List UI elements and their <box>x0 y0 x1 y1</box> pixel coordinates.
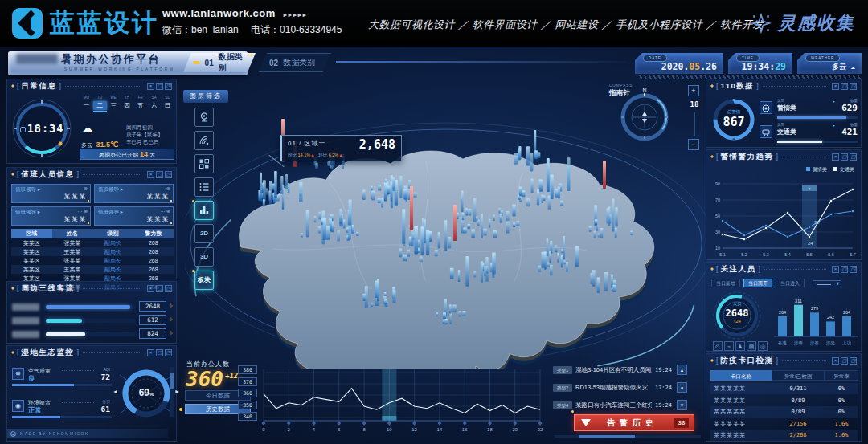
left-arrow-icon[interactable]: ◄ <box>113 389 118 394</box>
duty-leader-card: 值班领导 ▸⋯ ⊗某某某 <box>11 206 91 226</box>
focus-tab-1[interactable]: 当日新增 <box>711 279 740 287</box>
close-icon[interactable]: × <box>832 153 839 161</box>
restore-icon[interactable]: ▢ <box>156 349 163 356</box>
alert-list-item[interactable]: 类型4某路口有小汽车连闯三个红灯19:24 <box>553 399 672 411</box>
zoom-track[interactable] <box>694 112 695 136</box>
restore-icon[interactable]: ▢ <box>156 285 163 292</box>
clock-icon <box>20 127 26 132</box>
eco-scrollbar[interactable] <box>170 367 174 417</box>
alert-text: 湿地3-104片区有不明人员闯入 <box>575 366 652 374</box>
platform-subtitle: SUMMER WORKING PLATFORM <box>64 67 175 71</box>
close-icon[interactable]: × <box>832 266 839 273</box>
weekday-cn: 四 <box>121 101 134 110</box>
close-icon[interactable]: × <box>832 357 839 365</box>
weekday-tu[interactable]: TU二 <box>93 96 107 112</box>
layer-button-bar-chart-icon[interactable] <box>194 201 214 220</box>
alert-time: 17:24 <box>655 385 672 391</box>
weekday-we[interactable]: WE三 <box>107 96 121 112</box>
scroll-down-button[interactable]: ▼ <box>677 400 687 410</box>
checkpoint-value: 2/268 <box>772 430 825 441</box>
more-icon[interactable]: ⋯ ⊗ <box>160 208 170 214</box>
close-icon[interactable]: × <box>147 285 154 292</box>
expand-icon[interactable]: ◳ <box>165 83 172 90</box>
close-icon[interactable]: × <box>147 349 154 356</box>
wrench-icon[interactable]: ⌁ <box>724 341 734 351</box>
duty-cell: 某某区 <box>11 247 52 256</box>
expand-icon[interactable]: ◳ <box>850 83 857 90</box>
more-icon[interactable]: ⋯ ⊗ <box>77 208 88 214</box>
layer-button-3D[interactable]: 3D <box>194 247 214 267</box>
restore-icon[interactable]: ▢ <box>156 171 163 178</box>
layer-button-radar-icon[interactable] <box>194 131 214 150</box>
lanlan-logo-icon[interactable] <box>11 7 45 39</box>
y-axis-box: 380 <box>238 365 257 374</box>
focus-tab-2[interactable]: 当日离开 <box>743 279 772 287</box>
website-link[interactable]: www.lanlanwork.com <box>162 7 276 19</box>
svg-text:0: 0 <box>262 427 265 432</box>
compass[interactable]: N <box>616 87 674 145</box>
flow-value: 824 <box>139 328 166 339</box>
time-chip: TIME 19:34:29 <box>728 53 792 74</box>
expand-icon[interactable]: ◳ <box>850 266 857 273</box>
more-icon[interactable]: ⋯ ⊗ <box>77 185 88 191</box>
list-icon <box>199 181 210 193</box>
y-axis-box: 340 <box>238 412 257 421</box>
layer-button-2D[interactable]: 2D <box>194 224 214 243</box>
close-icon[interactable]: × <box>147 83 154 90</box>
person-icon[interactable]: ♟ <box>735 341 745 351</box>
checkpoint-headers: 卡口名称 异常/已检测 异常率 <box>710 370 858 381</box>
svg-text:N: N <box>642 88 646 93</box>
y-axis-box: 350 <box>238 401 257 409</box>
weekday-fr[interactable]: FR五 <box>133 96 147 112</box>
duty-cell: 副局长 <box>92 265 133 274</box>
weekday-su[interactable]: SU日 <box>161 96 174 112</box>
alarm-history-banner[interactable]: 告警历史 36 <box>574 414 694 431</box>
weekday-th[interactable]: TH四 <box>121 96 134 112</box>
logo-text[interactable]: 蓝蓝设计 <box>50 6 159 40</box>
alert-list-item[interactable]: 类型1湿地3-104片区有不明人员闯入19:24 <box>553 364 672 376</box>
layer-button-list-icon[interactable] <box>194 177 214 197</box>
expand-icon[interactable]: ◳ <box>165 349 172 356</box>
duty-leader-card: 值班领导 ▸⋯ ⊗某某某 <box>11 184 91 203</box>
panel-alarm-trend: [警情警力趋势]×▢◳ 警情类交通类 9070503010▾5.15.25.35… <box>706 149 862 260</box>
bottom-scrollbar[interactable] <box>555 435 701 438</box>
weekday-sa[interactable]: SA六 <box>147 96 161 112</box>
restore-icon[interactable]: ▢ <box>841 357 848 365</box>
alert-list-item[interactable]: 类型2RD13-53烟感报警疑似火灾17:24 <box>553 381 672 393</box>
scroll-up-button[interactable]: ▲ <box>677 365 687 375</box>
layer-button-camera-icon[interactable] <box>194 108 214 127</box>
restore-icon[interactable]: ▢ <box>841 153 848 161</box>
expand-icon[interactable]: ◳ <box>165 285 172 292</box>
expand-icon[interactable]: ◳ <box>850 153 857 161</box>
data110-row: 类型警情类▸数量629 <box>760 99 858 123</box>
close-icon[interactable]: × <box>147 171 154 178</box>
weather-chip: WEATHER 多云 ☁ <box>797 53 862 74</box>
tab-checkpoint-name[interactable]: 卡口名称 <box>710 370 772 381</box>
restore-icon[interactable]: ▢ <box>841 266 848 273</box>
restore-icon[interactable]: ▢ <box>156 83 163 90</box>
tab-abnormal-detected[interactable]: 异常/已检测 <box>772 370 825 381</box>
expand-icon[interactable]: ◳ <box>165 171 172 178</box>
weekday-mo[interactable]: MO一 <box>80 96 93 112</box>
layer-button-板块[interactable]: 板块 <box>194 271 214 290</box>
layer-button-grid-icon[interactable] <box>194 154 214 173</box>
expand-icon[interactable]: ◳ <box>850 357 857 365</box>
inspiration-collect[interactable]: 灵感收集 <box>751 11 855 35</box>
tab-data-category-01[interactable]: 01数据类别 <box>183 53 256 72</box>
scroll-dot-button[interactable]: ● <box>677 382 687 393</box>
car-icon[interactable]: ⊙ <box>713 341 723 351</box>
duty-cell: 268 <box>133 247 174 256</box>
alarm-dot <box>571 410 574 413</box>
close-icon[interactable]: × <box>832 83 839 90</box>
zoom-in-button[interactable]: + <box>688 85 699 96</box>
tab-abnormal-rate[interactable]: 异常率 <box>825 370 858 381</box>
more-icon[interactable]: ⋯ ⊗ <box>160 185 170 191</box>
svg-text:5.7: 5.7 <box>850 252 856 257</box>
tab-data-category-02[interactable]: 02数据类别 <box>259 53 331 72</box>
eye-icon[interactable]: ◎ <box>758 341 768 351</box>
restore-icon[interactable]: ▢ <box>841 83 848 90</box>
zoom-out-button[interactable]: − <box>688 139 699 150</box>
flow-value: 612 <box>139 315 166 325</box>
badge-icon[interactable]: ▤ <box>747 341 756 351</box>
right-arrow-icon[interactable]: ► <box>174 389 180 394</box>
